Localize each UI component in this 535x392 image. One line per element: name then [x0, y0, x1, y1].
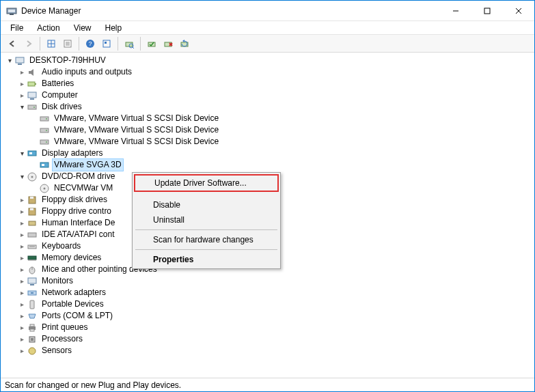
category-label: Floppy drive contro: [40, 206, 113, 217]
printer-icon: [27, 322, 38, 333]
expand-arrow-icon[interactable]: ▸: [17, 298, 27, 310]
expand-arrow-icon[interactable]: ▸: [17, 217, 27, 229]
category-audio[interactable]: ▸ Audio inputs and outputs: [2, 66, 534, 78]
title-bar-left: Device Manager: [1, 5, 81, 16]
category-batteries[interactable]: ▸ Batteries: [2, 78, 534, 89]
enable-device-button[interactable]: [144, 36, 159, 51]
svg-rect-53: [28, 233, 36, 237]
expand-arrow-icon[interactable]: ▸: [17, 229, 27, 240]
category-monitors[interactable]: ▸ Monitors: [2, 275, 534, 287]
minimize-button[interactable]: [440, 1, 471, 20]
expand-arrow-icon[interactable]: ▸: [17, 322, 27, 333]
expand-arrow-icon[interactable]: ▸: [17, 345, 27, 356]
network-icon: [27, 288, 38, 298]
category-disk-drives[interactable]: ▾ Disk drives: [2, 101, 534, 113]
svg-rect-28: [28, 82, 35, 86]
svg-rect-36: [40, 128, 49, 132]
category-label: Processors: [40, 333, 84, 345]
toolbar-separator: [140, 37, 141, 51]
cpu-icon: [27, 334, 38, 345]
ctx-update-driver[interactable]: Update Driver Software...: [134, 174, 279, 192]
expand-arrow-icon[interactable]: ▸: [17, 310, 27, 322]
portable-device-icon: [27, 299, 38, 310]
svg-rect-68: [31, 292, 33, 294]
category-portable-devices[interactable]: ▸ Portable Devices: [2, 298, 534, 310]
expand-arrow-icon[interactable]: ▸: [17, 206, 27, 217]
back-button[interactable]: [5, 36, 20, 51]
svg-rect-56: [28, 256, 36, 260]
help-button[interactable]: ?: [83, 36, 98, 51]
category-ports[interactable]: ▸ Ports (COM & LPT): [2, 310, 534, 322]
category-label: Floppy disk drives: [40, 194, 109, 206]
svg-point-75: [29, 348, 36, 354]
ctx-disable[interactable]: Disable: [134, 197, 279, 212]
expand-arrow-icon[interactable]: ▸: [17, 252, 27, 264]
category-print-queues[interactable]: ▸ Print queues: [2, 322, 534, 333]
expand-arrow-icon[interactable]: ▾: [17, 171, 27, 182]
category-label: Computer: [40, 89, 79, 101]
uninstall-device-button[interactable]: [161, 36, 176, 51]
monitor-icon: [27, 90, 38, 101]
hid-icon: [27, 218, 38, 229]
svg-point-47: [44, 187, 46, 189]
svg-line-20: [133, 47, 134, 48]
forward-button[interactable]: [21, 36, 36, 51]
expand-arrow-icon[interactable]: ▸: [17, 89, 27, 101]
expand-arrow-icon[interactable]: ▸: [17, 264, 27, 275]
menu-help[interactable]: Help: [100, 22, 128, 34]
maximize-button[interactable]: [471, 1, 503, 20]
menu-action[interactable]: Action: [31, 22, 65, 34]
optical-drive-icon: [27, 171, 38, 182]
category-network[interactable]: ▸ Network adapters: [2, 287, 534, 298]
keyboard-icon: [27, 241, 38, 252]
expand-arrow-icon[interactable]: ▸: [17, 287, 27, 298]
floppy-icon: [27, 206, 38, 217]
category-label: Keyboards: [40, 240, 82, 252]
optical-drive-icon: [39, 183, 50, 194]
scan-hardware-button[interactable]: [122, 36, 137, 51]
category-label: Monitors: [40, 275, 74, 287]
close-button[interactable]: [503, 1, 534, 20]
category-sensors[interactable]: ▸ Sensors: [2, 345, 534, 356]
svg-point-35: [46, 118, 47, 120]
root-node[interactable]: ▾ DESKTOP-7I9HHUV: [2, 55, 534, 66]
toolbar-separator: [118, 37, 118, 51]
menu-file[interactable]: File: [5, 22, 29, 34]
svg-text:?: ?: [88, 40, 92, 47]
device-label: VMware SVGA 3D: [53, 159, 123, 171]
display-adapter-icon: [27, 148, 38, 159]
ctx-uninstall[interactable]: Uninstall: [134, 212, 279, 227]
svg-rect-32: [28, 105, 36, 109]
expand-arrow-icon[interactable]: ▾: [17, 101, 27, 113]
device-display-0[interactable]: · VMware SVGA 3D: [2, 159, 534, 171]
category-display-adapters[interactable]: ▾ Display adapters: [2, 148, 534, 159]
menu-view[interactable]: View: [68, 22, 97, 34]
svg-rect-30: [28, 92, 36, 98]
show-hide-tree-button[interactable]: [44, 36, 59, 51]
category-processors[interactable]: ▸ Processors: [2, 333, 534, 345]
context-menu: Update Driver Software... Disable Uninst…: [132, 172, 281, 269]
svg-rect-2: [10, 14, 14, 15]
expand-arrow-icon[interactable]: ▸: [17, 333, 27, 345]
expand-arrow-icon[interactable]: ▸: [17, 78, 27, 89]
expand-arrow-icon[interactable]: ▸: [17, 240, 27, 252]
expand-arrow-icon[interactable]: ▸: [17, 194, 27, 206]
update-driver-button[interactable]: [177, 36, 192, 51]
expand-arrow-icon[interactable]: ▾: [17, 148, 27, 159]
category-computer[interactable]: ▸ Computer: [2, 89, 534, 101]
category-label: Sensors: [40, 345, 73, 356]
device-disk-2[interactable]: · VMware, VMware Virtual S SCSI Disk Dev…: [2, 136, 534, 148]
device-disk-0[interactable]: · VMware, VMware Virtual S SCSI Disk Dev…: [2, 113, 534, 124]
expand-arrow-icon[interactable]: ▸: [17, 66, 27, 78]
expand-arrow-icon[interactable]: ▾: [5, 55, 14, 66]
expand-arrow-icon[interactable]: ▸: [17, 275, 27, 287]
window-title: Device Manager: [21, 6, 81, 16]
ctx-scan-hardware[interactable]: Scan for hardware changes: [134, 232, 279, 247]
ctx-properties[interactable]: Properties: [134, 252, 279, 267]
svg-rect-71: [30, 324, 34, 326]
category-label: Portable Devices: [40, 298, 105, 310]
device-disk-1[interactable]: · VMware, VMware Virtual S SCSI Disk Dev…: [2, 124, 534, 136]
window-controls: [440, 1, 534, 20]
properties-button[interactable]: [60, 36, 75, 51]
action-button[interactable]: [99, 36, 114, 51]
